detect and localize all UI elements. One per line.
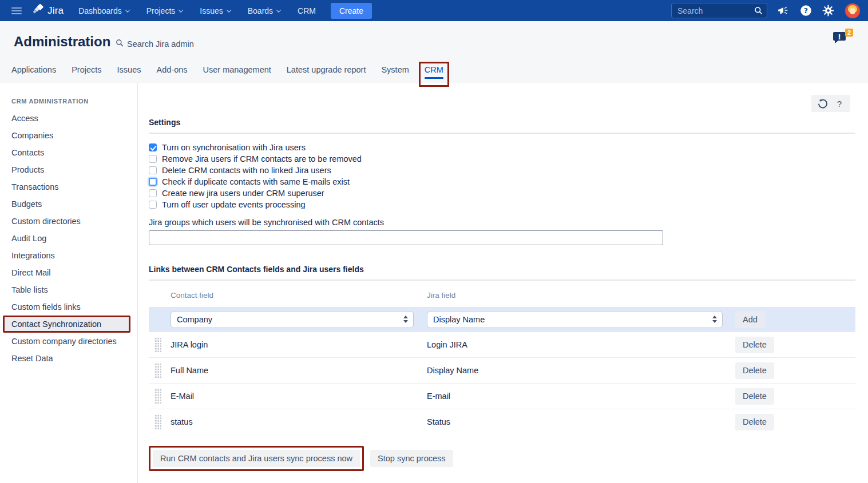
navbar-right: ? <box>671 3 860 18</box>
add-button[interactable]: Add <box>735 311 765 328</box>
checkbox-create-under-superuser[interactable] <box>149 189 157 197</box>
drag-handle-icon[interactable] <box>154 337 161 353</box>
settings-heading: Settings <box>149 118 855 134</box>
sidebar-item-audit-log[interactable]: Audit Log <box>0 230 137 247</box>
stop-sync-button[interactable]: Stop sync process <box>370 450 453 467</box>
setting-row: Create new jira users under CRM superuse… <box>149 187 855 199</box>
notification-badge: 2 <box>845 29 853 37</box>
nav-menu: Dashboards Projects Issues Boards CRM <box>78 6 316 15</box>
tab-crm[interactable]: CRM <box>425 65 443 83</box>
select-arrows-icon <box>712 316 717 323</box>
help-icon[interactable]: ? <box>799 5 812 17</box>
sidebar-item-transactions[interactable]: Transactions <box>0 178 137 195</box>
tab-latest-upgrade-report[interactable]: Latest upgrade report <box>287 65 366 83</box>
crm-admin-sidebar: CRM ADMINISTRATION Access Companies Cont… <box>0 83 138 483</box>
jira-field-cell: Display Name <box>427 366 735 375</box>
admin-search-label: Search Jira admin <box>127 39 194 49</box>
announcements-icon[interactable] <box>777 5 790 17</box>
gear-icon[interactable] <box>822 5 834 17</box>
drag-handle-icon[interactable] <box>154 414 161 430</box>
contact-field-cell: status <box>171 417 427 426</box>
admin-header: Administration Search Jira admin ! 2 App… <box>0 21 868 83</box>
sidebar-item-budgets[interactable]: Budgets <box>0 195 137 213</box>
sidebar-heading: CRM ADMINISTRATION <box>11 98 137 105</box>
main-content: ? Settings Turn on synchronisation with … <box>138 83 868 483</box>
contact-field-select-value: Company <box>177 315 212 324</box>
notification-icon[interactable]: ! 2 <box>833 31 851 48</box>
select-arrows-icon <box>403 316 408 323</box>
jira-mark-icon <box>33 4 44 17</box>
nav-item-projects[interactable]: Projects <box>146 6 183 15</box>
checkbox-check-duplicates[interactable] <box>149 178 157 186</box>
tab-applications[interactable]: Applications <box>11 65 56 83</box>
admin-search[interactable]: Search Jira admin <box>116 39 194 49</box>
sidebar-item-custom-fields-links[interactable]: Custom fields links <box>0 298 137 316</box>
checkbox-remove-jira-users[interactable] <box>149 155 157 163</box>
tab-projects[interactable]: Projects <box>72 65 101 83</box>
checkbox-label: Turn off user update events processing <box>162 200 306 209</box>
nav-item-crm[interactable]: CRM <box>298 6 316 15</box>
page-title: Administration <box>14 34 110 50</box>
setting-row: Turn off user update events processing <box>149 199 855 210</box>
sidebar-item-contact-synchronization[interactable]: Contact Synchronization <box>3 316 130 333</box>
checkbox-label: Delete CRM contacts with no linked Jira … <box>162 166 331 175</box>
contact-field-cell: JIRA login <box>171 340 427 349</box>
add-link-row: Company Display Name Add <box>149 307 855 332</box>
drag-handle-icon[interactable] <box>154 362 161 379</box>
sidebar-item-custom-directories[interactable]: Custom directories <box>0 213 137 230</box>
table-row: E-Mail E-mail Delete <box>149 383 855 409</box>
create-button[interactable]: Create <box>331 3 372 19</box>
setting-row: Remove Jira users if CRM contacts are to… <box>149 153 855 165</box>
nav-item-boards[interactable]: Boards <box>248 6 280 15</box>
sidebar-item-contacts[interactable]: Contacts <box>0 144 137 161</box>
chevron-down-icon <box>227 7 231 12</box>
checkbox-turn-off-update-events[interactable] <box>149 201 157 209</box>
tab-system[interactable]: System <box>381 65 409 83</box>
sidebar-item-companies[interactable]: Companies <box>0 127 137 144</box>
contact-field-cell: E-Mail <box>171 392 427 401</box>
jira-logo[interactable]: Jira <box>33 4 64 17</box>
sidebar-item-integrations[interactable]: Integrations <box>0 247 137 264</box>
checkbox-label: Check if duplicate contacts with same E-… <box>162 177 350 186</box>
jira-field-cell: Login JIRA <box>427 340 735 349</box>
tab-issues[interactable]: Issues <box>117 65 141 83</box>
tab-add-ons[interactable]: Add-ons <box>157 65 188 83</box>
sidebar-item-products[interactable]: Products <box>0 161 137 178</box>
delete-button[interactable]: Delete <box>735 362 774 379</box>
help-button[interactable]: ? <box>831 95 848 111</box>
nav-item-dashboards[interactable]: Dashboards <box>78 6 129 15</box>
checkbox-label: Create new jira users under CRM superuse… <box>162 189 324 198</box>
refresh-button[interactable] <box>814 95 831 111</box>
jira-field-select[interactable]: Display Name <box>427 311 723 328</box>
hamburger-menu-icon[interactable] <box>11 7 22 14</box>
global-search-input[interactable] <box>671 3 767 18</box>
sidebar-item-direct-mail[interactable]: Direct Mail <box>0 264 137 281</box>
setting-row: Turn on synchronisation with Jira users <box>149 142 855 153</box>
svg-text:!: ! <box>838 33 841 41</box>
admin-tabs: Applications Projects Issues Add-ons Use… <box>11 65 443 83</box>
contact-field-cell: Full Name <box>171 366 427 375</box>
sidebar-item-table-lists[interactable]: Table lists <box>0 281 137 298</box>
nav-item-issues[interactable]: Issues <box>200 6 230 15</box>
delete-button[interactable]: Delete <box>735 414 774 430</box>
sidebar-item-custom-company-directories[interactable]: Custom company directories <box>0 333 137 350</box>
checkbox-turn-on-sync[interactable] <box>149 143 157 151</box>
global-search <box>671 3 767 18</box>
drag-handle-icon[interactable] <box>154 388 161 405</box>
sidebar-item-reset-data[interactable]: Reset Data <box>0 350 137 367</box>
run-sync-button[interactable]: Run CRM contacts and Jira users sync pro… <box>153 450 360 467</box>
setting-row: Check if duplicate contacts with same E-… <box>149 176 855 187</box>
checkbox-delete-crm-contacts[interactable] <box>149 166 157 174</box>
user-avatar[interactable] <box>845 3 860 18</box>
delete-button[interactable]: Delete <box>735 388 774 405</box>
contact-field-select[interactable]: Company <box>171 311 414 328</box>
svg-text:?: ? <box>803 6 807 15</box>
delete-button[interactable]: Delete <box>735 337 774 353</box>
chevron-down-icon <box>179 7 183 12</box>
chevron-down-icon <box>276 7 281 12</box>
tab-user-management[interactable]: User management <box>203 65 271 83</box>
sidebar-item-access[interactable]: Access <box>0 110 137 127</box>
jira-groups-input[interactable] <box>149 230 663 245</box>
page-toolbar: ? <box>811 95 850 112</box>
jira-field-cell: Status <box>427 417 735 426</box>
